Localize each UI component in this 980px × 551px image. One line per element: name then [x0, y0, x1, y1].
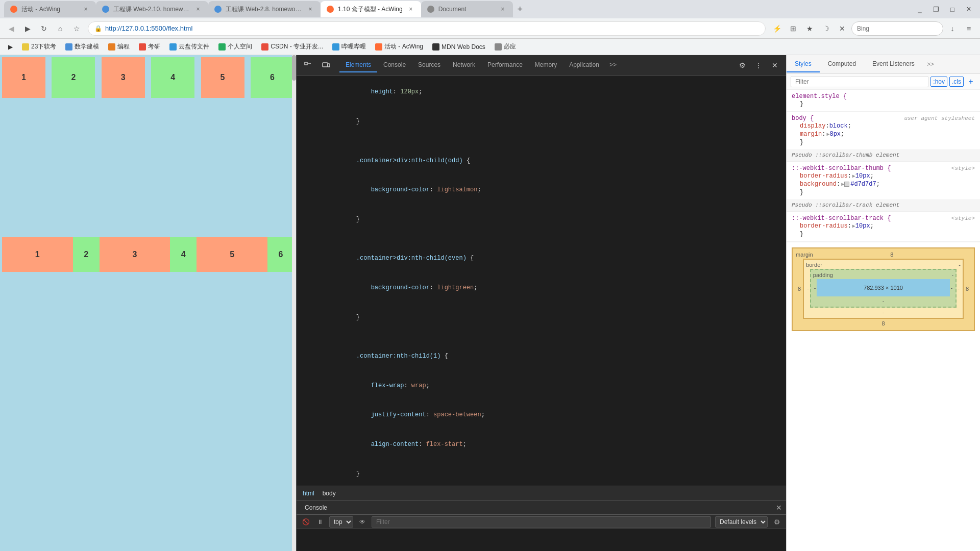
box-model-margin-label: margin	[796, 252, 813, 258]
devtools-tab-network[interactable]: Network	[447, 58, 481, 72]
console-area: Console ✕ 🚫 ⏸ top 👁 Default levels ⚙	[297, 500, 786, 551]
scrollbar-thumb-source: <style>	[951, 165, 975, 171]
devtools-tab-application[interactable]: Application	[563, 58, 605, 72]
console-clear-button[interactable]: 🚫	[301, 517, 311, 527]
bookmark-9[interactable]: 活动 - AcWing	[371, 41, 427, 53]
scrollbar-track-br-colon: :	[848, 222, 851, 230]
search-input[interactable]	[851, 21, 943, 36]
add-style-button[interactable]: +	[966, 77, 976, 87]
tab-1[interactable]: 活动 - AcWing ×	[4, 1, 96, 17]
console-pause-button[interactable]: ⏸	[315, 517, 325, 527]
tab-2[interactable]: 工程课 Web-2.10. homework_... ×	[96, 1, 208, 17]
new-tab-button[interactable]: +	[513, 2, 527, 16]
bookmark-button[interactable]: ☆	[69, 21, 84, 36]
devtools-tab-memory[interactable]: Memory	[529, 58, 563, 72]
bookmark-5[interactable]: 云盘传文件	[165, 41, 213, 53]
devtools-tab-performance[interactable]: Performance	[481, 58, 529, 72]
maximize-button[interactable]: □	[945, 2, 960, 16]
box-1-1: 1	[2, 57, 45, 98]
tab-5[interactable]: Document ×	[421, 1, 513, 17]
bookmark-3[interactable]: 编程	[104, 41, 134, 53]
back-button[interactable]: ◀	[4, 21, 18, 36]
address-bar[interactable]: 🔒 http://127.0.0.1:5500/flex.html	[88, 21, 766, 36]
code-area[interactable]: height: 120px; } .container>div:nth-chil…	[297, 76, 786, 486]
styles-tab[interactable]: Styles	[787, 56, 820, 72]
bookmark-9-label: 活动 - AcWing	[384, 42, 423, 51]
scrollbar-thumb-border-radius: border-radius : ▶ 10px ;	[792, 172, 975, 180]
bookmark-5-icon	[169, 43, 177, 51]
downloads-button[interactable]: ↓	[945, 21, 960, 36]
tab-5-close[interactable]: ×	[499, 5, 507, 13]
bookmark-10[interactable]: MDN Web Docs	[428, 41, 489, 53]
favorites-button[interactable]: ★	[802, 21, 817, 36]
pseudo-scrollbar-thumb-section: Pseudo ::scrollbar-thumb element	[787, 150, 980, 162]
forward-button[interactable]: ▶	[20, 21, 35, 36]
scrollbar-track-source: <style>	[951, 215, 975, 221]
console-filter-input[interactable]	[372, 516, 711, 528]
box-model-margin-top-row: margin 8	[796, 252, 971, 258]
bookmark-8[interactable]: 哔哩哔哩	[328, 41, 370, 53]
event-listeners-tab[interactable]: Event Listeners	[864, 56, 923, 72]
bookmark-1[interactable]: 23下软考	[18, 41, 60, 53]
bookmark-2[interactable]: 数学建模	[61, 41, 103, 53]
bookmark-4[interactable]: 考研	[135, 41, 164, 53]
console-eye-button[interactable]: 👁	[357, 517, 368, 527]
responsive-button[interactable]	[319, 58, 333, 72]
bookmark-6[interactable]: 个人空间	[214, 41, 256, 53]
styles-content[interactable]: element.style { } body { user agent styl…	[787, 90, 980, 551]
tab-3-close[interactable]: ×	[306, 5, 314, 13]
devtools-tab-console[interactable]: Console	[377, 58, 412, 72]
styles-filter-bar: :hov .cls +	[787, 73, 980, 90]
breadcrumb-html[interactable]: html	[303, 490, 314, 497]
extensions-button[interactable]: ⚡	[770, 21, 784, 36]
element-picker-button[interactable]	[301, 58, 315, 72]
bookmark-11[interactable]: 必应	[491, 41, 520, 53]
bookmark-7[interactable]: CSDN - 专业开发...	[257, 41, 327, 53]
box-model-border-bottom-row: -	[806, 309, 961, 316]
scrollbar-thumb-bg-colon: :	[837, 181, 840, 188]
styles-more-tabs[interactable]: >>	[923, 57, 938, 72]
devtools-tab-elements[interactable]: Elements	[339, 58, 377, 72]
devtools-panel: Elements Console Sources Network Perform…	[296, 55, 786, 551]
body-rule: body { user agent stylesheet display : b…	[787, 112, 980, 150]
reload-button[interactable]: ↻	[37, 21, 51, 36]
scrollbar-track-close: }	[792, 230, 975, 238]
tab-4[interactable]: 1.10 盒子模型 - AcWing ×	[321, 1, 421, 17]
code-line-2: }	[297, 107, 786, 137]
scrollbar-track[interactable]	[292, 55, 296, 551]
bookmarks-bar-toggle[interactable]: ▶	[4, 41, 17, 53]
box-3-4: 4	[170, 237, 197, 272]
box-model-border-left-val: -	[806, 269, 810, 308]
close-button[interactable]: ×	[962, 2, 976, 16]
tab-3[interactable]: 工程课 Web-2.8. homework_8... ×	[208, 1, 321, 17]
tab-1-close[interactable]: ×	[82, 5, 90, 13]
wrench-button[interactable]: ✕	[835, 21, 849, 36]
bookmark-11-label: 必应	[504, 42, 516, 51]
pseudo-hov-button[interactable]: :hov	[930, 77, 947, 87]
tab-4-close[interactable]: ×	[407, 5, 415, 13]
menu-button[interactable]: ≡	[962, 21, 976, 36]
console-levels-select[interactable]: Default levels	[715, 516, 768, 528]
devtools-tab-sources[interactable]: Sources	[412, 58, 447, 72]
console-close-button[interactable]: ✕	[776, 504, 782, 512]
devtools-settings-button[interactable]: ⚙	[735, 58, 749, 72]
restore-button[interactable]: ❐	[929, 2, 943, 16]
collections-button[interactable]: ⊞	[786, 21, 800, 36]
minimize-button[interactable]: ⎯	[913, 2, 927, 16]
tab-2-close[interactable]: ×	[194, 5, 202, 13]
flex-container-4-empty	[0, 278, 296, 380]
scrollbar-thumb-color-swatch[interactable]	[844, 182, 849, 187]
home-button[interactable]: ⌂	[53, 21, 67, 36]
scrollbar-thumb[interactable]	[292, 55, 296, 81]
console-settings-button[interactable]: ⚙	[772, 517, 782, 527]
styles-filter-input[interactable]	[791, 76, 928, 87]
breadcrumb-body[interactable]: body	[323, 490, 336, 497]
console-context-select[interactable]: top	[329, 516, 353, 528]
cls-button[interactable]: .cls	[949, 77, 964, 87]
devtools-close-button[interactable]: ✕	[768, 58, 782, 72]
devtools-more-button[interactable]: ⋮	[751, 58, 766, 72]
devtools-more-tabs[interactable]: >>	[605, 58, 621, 72]
console-tab[interactable]: Console	[301, 504, 331, 511]
computed-tab[interactable]: Computed	[820, 56, 864, 72]
profile-button[interactable]: ☽	[819, 21, 833, 36]
